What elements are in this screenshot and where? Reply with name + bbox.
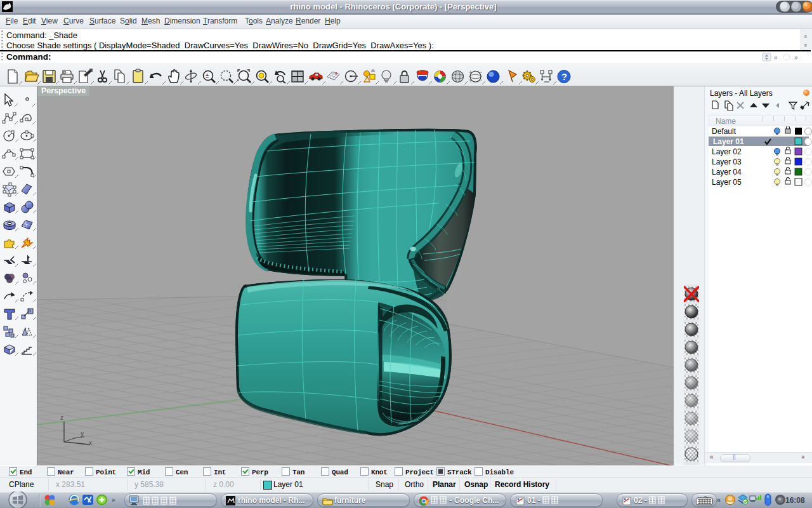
svg-text:16:08: 16:08 [785,496,805,505]
svg-text:z: z [60,414,63,421]
svg-text:Layer 02: Layer 02 [712,147,742,156]
svg-text:?: ? [561,71,567,82]
svg-text:x: x [89,439,92,446]
svg-text:»: » [794,54,798,61]
svg-text:Layer 05: Layer 05 [712,178,742,187]
svg-text:«: « [774,54,778,61]
svg-text:±: ± [206,72,209,79]
svg-text:»: » [112,497,115,504]
svg-text:Default: Default [712,127,737,136]
svg-text:«: « [717,496,721,504]
svg-text:Layer 03: Layer 03 [712,157,742,166]
svg-text:y: y [81,430,84,437]
svg-text:Layer 01: Layer 01 [713,137,744,146]
svg-text:Layer 04: Layer 04 [712,168,742,177]
